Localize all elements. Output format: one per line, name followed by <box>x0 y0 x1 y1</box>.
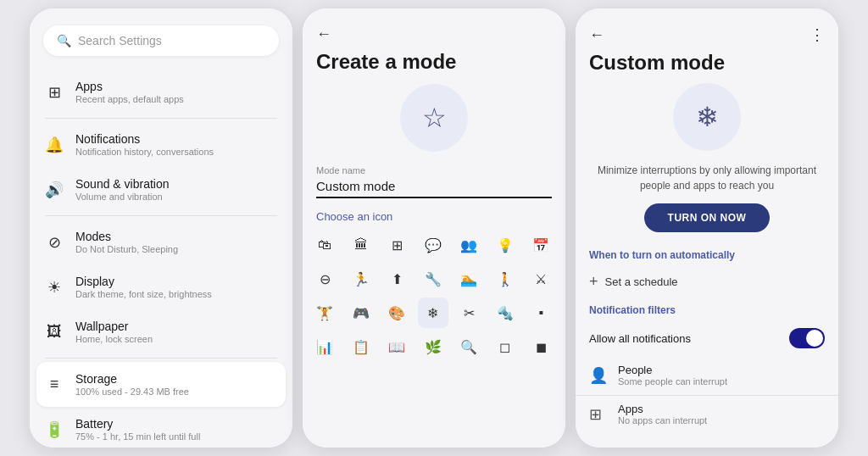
battery-icon: 🔋 <box>45 420 64 439</box>
apps-title: Apps <box>618 403 707 415</box>
icon-up[interactable]: ⬆ <box>381 264 412 294</box>
sound-sub: Volume and vibration <box>75 192 170 202</box>
icon-walk[interactable]: 🚶 <box>490 264 520 294</box>
icon-lightbulb[interactable]: 💡 <box>490 230 520 260</box>
apps-grid-icon: ⊞ <box>589 405 608 424</box>
icon-swim[interactable]: 🏊 <box>453 264 484 294</box>
plus-icon: + <box>589 273 598 291</box>
allow-all-notifications-row[interactable]: Allow all notifications <box>576 320 838 357</box>
settings-item-sound[interactable]: 🔊 Sound & vibration Volume and vibration <box>36 167 286 212</box>
back-button[interactable]: ← <box>316 25 331 43</box>
icon-calendar[interactable]: 📅 <box>526 230 556 260</box>
notifications-sub: Notification history, conversations <box>75 147 214 157</box>
icon-grid[interactable]: ⊞ <box>381 230 412 260</box>
mode-star-icon: ☆ <box>422 102 447 134</box>
settings-item-wallpaper[interactable]: 🖼 Wallpaper Home, lock screen <box>36 309 286 354</box>
custom-mode-icon-circle: ❄ <box>673 83 741 151</box>
phones-container: 🔍 Search Settings ⊞ Apps Recent apps, de… <box>0 0 868 456</box>
filters-section-label: Notification filters <box>576 299 838 320</box>
settings-item-storage[interactable]: ≡ Storage 100% used - 29.43 MB free <box>36 362 286 407</box>
people-sub: Some people can interrupt <box>618 376 727 386</box>
divider <box>45 118 277 119</box>
create-mode-header: ← <box>303 8 565 50</box>
icon-wrench[interactable]: 🔧 <box>418 264 448 294</box>
icon-palette[interactable]: 🎨 <box>381 298 412 328</box>
sound-icon: 🔊 <box>45 181 64 199</box>
people-title: People <box>618 364 727 376</box>
icon-snowflake[interactable]: ❄ <box>418 298 448 328</box>
sound-title: Sound & vibration <box>75 177 170 191</box>
icon-gamepad[interactable]: 🎮 <box>346 298 376 328</box>
modes-title: Modes <box>75 230 178 243</box>
custom-mode-title: Custom mode <box>576 51 838 83</box>
schedule-label: Set a schedule <box>605 275 678 288</box>
icon-gym[interactable]: 🏋 <box>309 298 340 328</box>
phone-custom-mode: ← ⋮ Custom mode ❄ Minimize interruptions… <box>576 8 838 448</box>
allow-all-toggle[interactable] <box>789 328 825 348</box>
mode-star-icon-circle[interactable]: ☆ <box>400 84 468 152</box>
icon-box2[interactable]: ◼ <box>526 331 556 362</box>
icon-settings-wrench[interactable]: 🔩 <box>490 298 520 328</box>
settings-item-display[interactable]: ☀ Display Dark theme, font size, brightn… <box>36 264 286 309</box>
icon-barcode[interactable]: 📊 <box>309 331 340 362</box>
choose-icon-label: Choose an icon <box>303 198 565 230</box>
icon-columns[interactable]: 📋 <box>346 331 376 362</box>
apps-title: Apps <box>75 80 184 93</box>
people-row[interactable]: 👤 People Some people can interrupt <box>576 357 838 393</box>
snowflake-icon: ❄ <box>696 101 719 133</box>
allow-all-label: Allow all notifications <box>589 332 691 345</box>
apps-icon: ⊞ <box>45 83 64 102</box>
more-options-icon[interactable]: ⋮ <box>810 25 825 44</box>
settings-list: ⊞ Apps Recent apps, default apps 🔔 Notif… <box>30 70 292 448</box>
icon-box1[interactable]: ◻ <box>490 331 520 362</box>
wallpaper-icon: 🖼 <box>45 323 64 341</box>
icon-chat[interactable]: 💬 <box>418 230 448 260</box>
icon-minus[interactable]: ⊖ <box>309 264 340 294</box>
icon-search[interactable]: 🔍 <box>453 331 484 362</box>
custom-mode-header: ← ⋮ <box>576 8 838 51</box>
custom-back-button[interactable]: ← <box>589 26 604 44</box>
icon-briefcase[interactable]: 🛍 <box>309 230 340 260</box>
apps-row[interactable]: ⊞ Apps No apps can interrupt <box>576 395 838 432</box>
modes-sub: Do Not Disturb, Sleeping <box>75 244 178 254</box>
create-mode-title: Create a mode <box>303 50 565 84</box>
search-bar[interactable]: 🔍 Search Settings <box>43 25 279 56</box>
icon-plant[interactable]: 🌿 <box>418 331 448 362</box>
settings-item-battery[interactable]: 🔋 Battery 75% - 1 hr, 15 min left until … <box>36 407 286 448</box>
icon-book[interactable]: 📖 <box>381 331 412 362</box>
wallpaper-title: Wallpaper <box>75 320 153 333</box>
phone-create-mode: ← Create a mode ☆ Mode name Custom mode … <box>303 8 565 448</box>
mode-name-label: Mode name <box>316 165 552 175</box>
storage-icon: ≡ <box>45 375 64 393</box>
divider <box>45 215 277 216</box>
mode-name-input[interactable]: Custom mode <box>316 179 552 198</box>
settings-item-modes[interactable]: ⊘ Modes Do Not Disturb, Sleeping <box>36 220 286 264</box>
display-icon: ☀ <box>45 278 64 297</box>
battery-title: Battery <box>75 417 200 431</box>
settings-item-notifications[interactable]: 🔔 Notifications Notification history, co… <box>36 122 286 167</box>
settings-item-apps[interactable]: ⊞ Apps Recent apps, default apps <box>36 70 286 114</box>
minimize-description: Minimize interruptions by only allowing … <box>576 163 838 203</box>
icon-scissors[interactable]: ✂ <box>453 298 484 328</box>
people-icon: 👤 <box>589 366 608 385</box>
icon-run[interactable]: 🏃 <box>346 264 376 294</box>
icon-bank[interactable]: 🏛 <box>346 230 376 260</box>
battery-sub: 75% - 1 hr, 15 min left until full <box>75 431 200 442</box>
storage-title: Storage <box>75 372 189 386</box>
wallpaper-sub: Home, lock screen <box>75 334 153 344</box>
schedule-row[interactable]: + Set a schedule <box>576 264 838 299</box>
turn-on-button[interactable]: TURN ON NOW <box>644 203 771 232</box>
notifications-icon: 🔔 <box>45 136 64 154</box>
icon-people[interactable]: 👥 <box>453 230 484 260</box>
search-icon: 🔍 <box>57 34 71 47</box>
icon-grid: 🛍 🏛 ⊞ 💬 👥 💡 📅 ⊖ 🏃 ⬆ 🔧 🏊 🚶 ⚔ 🏋 🎮 🎨 ❄ ✂ <box>303 230 565 362</box>
when-section-label: When to turn on automatically <box>576 244 838 264</box>
divider <box>45 358 277 359</box>
display-title: Display <box>75 275 212 288</box>
icon-sword[interactable]: ⚔ <box>526 264 556 294</box>
modes-icon: ⊘ <box>45 233 64 252</box>
apps-sub: No apps can interrupt <box>618 415 707 425</box>
search-placeholder: Search Settings <box>78 34 162 47</box>
mode-name-section: Mode name Custom mode <box>303 165 565 198</box>
icon-square[interactable]: ▪ <box>526 298 556 328</box>
